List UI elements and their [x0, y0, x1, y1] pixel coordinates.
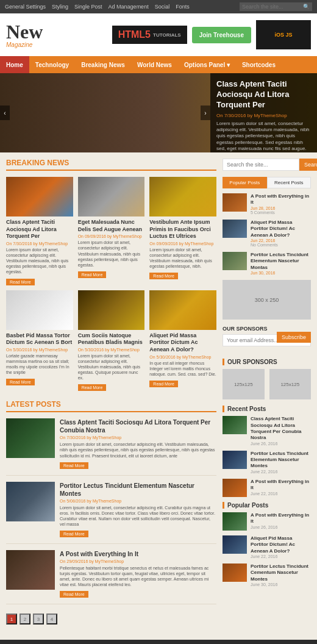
list-item: Class Aptent Taciti Sociosqu Ad Litora T… — [6, 418, 216, 475]
site-logo: New Magazine — [6, 22, 79, 48]
admin-link-general[interactable]: General Settings — [5, 4, 46, 10]
news-card-image-3 — [149, 177, 216, 216]
subscribe-button[interactable]: Subscribe — [277, 332, 311, 343]
news-card-readmore-6[interactable]: Read More — [149, 381, 178, 387]
post-excerpt-3: Pellentesque habitant morbi tristique se… — [60, 565, 216, 587]
sidebar-post-title-3: Portitor Lectus Tincidunt Elementum Nasc… — [251, 252, 311, 271]
sidebar-search[interactable]: Search — [223, 159, 311, 171]
nav-technology[interactable]: Technology — [29, 56, 75, 73]
list-item: Portitor Lectus Tincidunt Elementum Nasc… — [6, 482, 216, 544]
page-button-4[interactable]: 4 — [46, 614, 57, 624]
admin-search[interactable]: 🔍 — [240, 2, 312, 11]
popular-thumb-2 — [223, 535, 247, 554]
news-card: Aliquet Pid Massa Portitor Dictum Ac Aen… — [149, 290, 216, 392]
nav-world[interactable]: World News — [131, 56, 178, 73]
sidebar-post-comments-2: No Comments — [251, 243, 311, 247]
sidebar: Search Popular Posts Recent Posts A Post… — [223, 159, 311, 634]
news-card: Cum Sociis Natoque Penatibus Bladis Magn… — [78, 290, 145, 392]
news-card-readmore-4[interactable]: Read More — [6, 379, 35, 385]
news-card-image-6 — [149, 290, 216, 330]
hero-next-button[interactable]: › — [201, 106, 210, 120]
news-card-readmore-2[interactable]: Read More — [78, 271, 107, 278]
list-item: A Post with Everything In It On 29/09/20… — [6, 550, 216, 604]
sponsor-box-2[interactable]: 125x125 — [269, 369, 312, 399]
tab-recent[interactable]: Recent Posts — [267, 177, 312, 188]
header-ads: HTML5 TUTORIALS Join Treehouse iOS JS — [112, 20, 311, 49]
latest-posts-title: Latest Posts — [6, 400, 216, 412]
recent-content-1: Class Aptent Taciti Sociosqu Ad Litora T… — [251, 416, 311, 446]
nav-options[interactable]: Options Panel ▾ — [178, 56, 236, 73]
list-item: Portitor Lectus Tincidunt Elementum Nasc… — [223, 252, 311, 275]
html5-label: HTML5 — [118, 29, 151, 40]
list-item: Aliquet Pid Massa Portitor Dictum! Ac Ae… — [223, 220, 311, 247]
admin-link-fonts[interactable]: Fonts — [176, 4, 190, 10]
admin-link-social[interactable]: Social — [155, 4, 170, 10]
sidebar-post-comments-1: 5 Comments — [251, 210, 311, 215]
post-thumbnail-2 — [6, 482, 55, 521]
post-excerpt-1: Lorem ipsum dolor sit amet, consectetur … — [60, 442, 216, 458]
admin-link-styling[interactable]: Styling — [52, 4, 68, 10]
sidebar-thumb-1 — [223, 193, 247, 212]
nav-breaking[interactable]: Breaking News — [75, 56, 131, 73]
popular-thumb-1 — [223, 512, 247, 531]
news-card: Vestibulum Ante Ipsum Primis In Faucibus… — [149, 177, 216, 285]
admin-search-input[interactable] — [240, 2, 301, 11]
post-thumbnail-1 — [6, 418, 55, 458]
post-readmore-1[interactable]: Read More — [60, 462, 88, 469]
html5-subtitle: TUTORIALS — [153, 32, 181, 38]
post-meta-3: On 29/09/2016 by MyThemeShop — [60, 559, 216, 564]
news-card-readmore-5[interactable]: Read More — [78, 384, 107, 391]
news-card-excerpt-5: Lorem ipsum dolor sit amet, consectetur … — [78, 353, 145, 381]
treehouse-button[interactable]: Join Treehouse — [192, 27, 251, 43]
sponsor-box-1[interactable]: 125x125 — [223, 369, 265, 399]
post-readmore-2[interactable]: Read More — [60, 531, 88, 537]
news-card-title-2: Eget Malesuada Nunc Delis Sed Augue Aene… — [78, 219, 145, 233]
news-card-readmore-1[interactable]: Read More — [6, 279, 35, 285]
content-area: Breaking News Class Aptent Taciti Aocios… — [6, 159, 216, 634]
hero-prev-button[interactable]: ‹ — [0, 106, 10, 120]
recent-thumb-2 — [223, 451, 247, 469]
sidebar-thumb-3 — [223, 252, 247, 270]
html5-badge[interactable]: HTML5 TUTORIALS — [112, 26, 187, 44]
news-card-excerpt-6: In que est all integer rhoncus Integer v… — [149, 360, 216, 377]
news-card-title-6: Aliquet Pid Massa Portitor Dictum Ac Aen… — [149, 332, 216, 354]
recent-title-2: Portitor Lectus Tincidunt Elementum Nasc… — [251, 451, 311, 470]
nav-home[interactable]: Home — [0, 56, 29, 73]
admin-search-button[interactable]: 🔍 — [301, 2, 312, 11]
post-readmore-3[interactable]: Read More — [60, 591, 88, 598]
hero-section: ‹ › Class Aptent Taciti Aociosqu Ad Lito… — [0, 73, 317, 152]
ios-banner[interactable]: iOS JS — [256, 20, 311, 49]
list-item: Portitor Lectus Tincidunt Cementum Nasce… — [223, 564, 311, 587]
sidebar-search-button[interactable]: Search — [299, 159, 317, 171]
post-content-3: A Post with Everything In It On 29/09/20… — [60, 550, 216, 598]
news-card-readmore-3[interactable]: Read More — [149, 273, 178, 279]
list-item: A Post with Everything in It June 22, 20… — [223, 479, 311, 497]
recent-thumb-3 — [223, 479, 247, 497]
page-button-2[interactable]: 2 — [20, 614, 30, 624]
recent-date-3: June 22, 2016 — [251, 492, 311, 496]
admin-link-single[interactable]: Single Post — [74, 4, 102, 10]
breaking-news-title: Breaking News — [6, 159, 216, 171]
post-meta-1: On 7/30/2016 by MyThemeShop — [60, 435, 216, 440]
admin-bar: General Settings Styling Single Post Ad … — [0, 0, 317, 13]
nav-shortcodes[interactable]: Shortcodes — [236, 56, 282, 73]
sidebar-recent-posts: Class Aptent Taciti Sociosqu Ad Litora T… — [223, 416, 311, 497]
page-button-3[interactable]: 3 — [33, 614, 44, 624]
recent-date-2: June 22, 2016 — [251, 470, 311, 474]
news-card: Basbet Pid Massa Tortor Dictum Sc Aenean… — [6, 290, 73, 392]
hero-text-box: Class Aptent Taciti Aociosqu Ad Litora T… — [210, 73, 317, 152]
list-item: Portitor Lectus Tincidunt Elementum Nasc… — [223, 451, 311, 474]
tab-popular[interactable]: Popular Posts — [223, 177, 267, 188]
recent-date-1: June 26, 2016 — [251, 442, 311, 446]
footer-widgets: Breaking News Class Aptent Taciti Aocios… — [0, 640, 317, 644]
admin-link-ad[interactable]: Ad Management — [109, 4, 149, 10]
post-content-2: Portitor Lectus Tincidunt Elementum Nasc… — [60, 482, 216, 537]
post-title-3: A Post with Everything In It — [60, 550, 216, 558]
sidebar-post-date-3: Jun 30, 2016 — [251, 271, 311, 275]
news-card-meta-3: On 09/09/2016 by MyThemeShop — [149, 242, 216, 246]
post-excerpt-2: Lorem ipsum dolor sit amet, consectetur … — [60, 505, 216, 527]
page-button-1[interactable]: 1 — [6, 614, 17, 624]
recent-title-1: Class Aptent Taciti Sociosqu Ad Litora T… — [251, 416, 311, 442]
recent-content-3: A Post with Everything in It June 22, 20… — [251, 479, 311, 497]
sidebar-search-input[interactable] — [223, 159, 299, 171]
